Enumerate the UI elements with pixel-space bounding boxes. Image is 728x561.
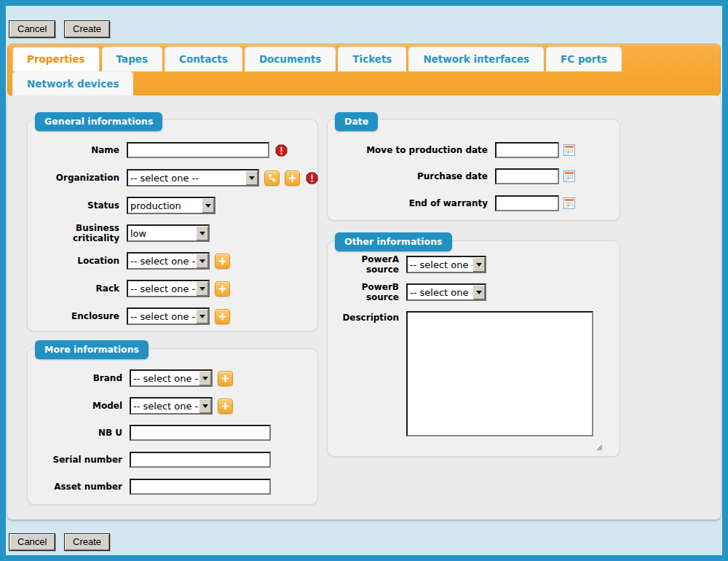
location-add-button[interactable] <box>215 254 230 269</box>
tab-content-panel: General informations Name Organization -… <box>7 95 721 519</box>
purchase-date-input[interactable] <box>495 168 559 184</box>
organization-select[interactable]: -- select one -- <box>127 169 259 187</box>
move-to-production-date-picker-button[interactable] <box>563 144 575 156</box>
mandatory-icon <box>306 172 318 184</box>
section-title-more: More informations <box>35 340 149 359</box>
powerb-source-select[interactable]: -- select one -- <box>406 283 486 301</box>
cancel-button-top[interactable]: Cancel <box>9 20 55 38</box>
plus-icon <box>218 313 226 321</box>
plus-icon <box>218 257 226 265</box>
section-title-date: Date <box>335 112 378 131</box>
plus-icon <box>288 174 296 182</box>
plus-icon <box>221 402 229 410</box>
section-title-other: Other informations <box>335 232 452 251</box>
powerb-source-label: PowerB source <box>333 282 399 302</box>
other-informations-fieldset: Other informations PowerA source -- sele… <box>327 240 620 457</box>
model-add-button[interactable] <box>218 399 233 414</box>
chevron-down-icon <box>196 309 208 323</box>
asset-number-label: Asset number <box>33 482 122 492</box>
chevron-down-icon <box>199 399 211 413</box>
location-label: Location <box>33 256 119 266</box>
move-to-production-date-label: Move to production date <box>333 145 488 155</box>
description-label: Description <box>333 311 399 323</box>
section-title-general: General informations <box>35 112 162 131</box>
chevron-down-icon <box>199 371 211 385</box>
brand-add-button[interactable] <box>218 371 233 386</box>
brand-select[interactable]: -- select one -- <box>130 369 213 387</box>
mandatory-icon <box>275 144 288 157</box>
organization-hierarchy-button[interactable] <box>264 170 280 186</box>
tab-fc-ports[interactable]: FC ports <box>546 47 622 71</box>
end-of-warranty-date-picker-button[interactable] <box>563 197 575 209</box>
chevron-down-icon <box>245 170 258 185</box>
more-informations-fieldset: More informations Brand -- select one --… <box>27 348 318 505</box>
calendar-icon <box>563 197 575 209</box>
asset-number-input[interactable] <box>130 479 271 495</box>
tab-tickets[interactable]: Tickets <box>338 47 406 71</box>
tab-documents[interactable]: Documents <box>245 47 336 71</box>
create-button-bottom[interactable]: Create <box>64 533 110 551</box>
name-input[interactable] <box>127 142 269 158</box>
location-select[interactable]: -- select one -- <box>127 252 210 270</box>
purchase-date-picker-button[interactable] <box>563 170 575 182</box>
organization-label: Organization <box>33 173 119 183</box>
brand-label: Brand <box>33 373 122 383</box>
move-to-production-date-input[interactable] <box>495 142 559 158</box>
business-criticality-label: Business criticality <box>33 223 119 243</box>
end-of-warranty-input[interactable] <box>495 195 559 211</box>
tab-tapes[interactable]: Tapes <box>102 47 162 71</box>
description-textarea[interactable] <box>406 311 593 436</box>
general-informations-fieldset: General informations Name Organization -… <box>27 119 318 332</box>
purchase-date-label: Purchase date <box>333 171 488 181</box>
tab-network-devices[interactable]: Network devices <box>12 71 133 96</box>
tab-network-interfaces[interactable]: Network interfaces <box>408 47 544 71</box>
date-fieldset: Date Move to production date Purchase da… <box>327 119 620 221</box>
calendar-icon <box>563 170 575 182</box>
serial-number-input[interactable] <box>130 452 271 468</box>
tab-bar: Properties Tapes Contacts Documents Tick… <box>7 44 721 96</box>
status-select[interactable]: production <box>127 197 215 214</box>
rack-add-button[interactable] <box>215 281 230 297</box>
rack-label: Rack <box>33 283 119 294</box>
model-label: Model <box>33 401 122 411</box>
organization-add-button[interactable] <box>285 170 300 186</box>
enclosure-label: Enclosure <box>33 311 119 321</box>
end-of-warranty-label: End of warranty <box>333 198 488 208</box>
name-label: Name <box>33 145 119 155</box>
resize-grip-icon[interactable] <box>596 440 603 454</box>
chevron-down-icon <box>472 285 485 299</box>
plus-icon <box>221 374 229 382</box>
enclosure-add-button[interactable] <box>215 309 230 324</box>
tab-contacts[interactable]: Contacts <box>165 47 242 71</box>
chevron-down-icon <box>196 226 208 240</box>
business-criticality-select[interactable]: low <box>127 224 210 242</box>
chevron-down-icon <box>472 257 485 272</box>
status-label: Status <box>33 200 119 211</box>
nb-u-label: NB U <box>33 428 122 438</box>
org-hierarchy-icon <box>268 173 277 182</box>
powera-source-label: PowerA source <box>333 254 399 275</box>
serial-number-label: Serial number <box>33 455 122 465</box>
create-button-top[interactable]: Create <box>64 20 110 38</box>
powera-source-select[interactable]: -- select one -- <box>406 256 486 273</box>
tab-properties[interactable]: Properties <box>12 47 100 71</box>
nb-u-input[interactable] <box>130 425 271 441</box>
chevron-down-icon <box>196 254 208 268</box>
chevron-down-icon <box>196 281 208 296</box>
chevron-down-icon <box>202 198 214 213</box>
rack-select[interactable]: -- select one -- <box>127 280 210 297</box>
application-window: Cancel Create Properties Tapes Contacts … <box>0 0 728 561</box>
cancel-button-bottom[interactable]: Cancel <box>9 533 55 551</box>
calendar-icon <box>563 144 575 156</box>
model-select[interactable]: -- select one -- <box>130 397 213 415</box>
enclosure-select[interactable]: -- select one -- <box>127 307 210 325</box>
plus-icon <box>218 285 226 293</box>
